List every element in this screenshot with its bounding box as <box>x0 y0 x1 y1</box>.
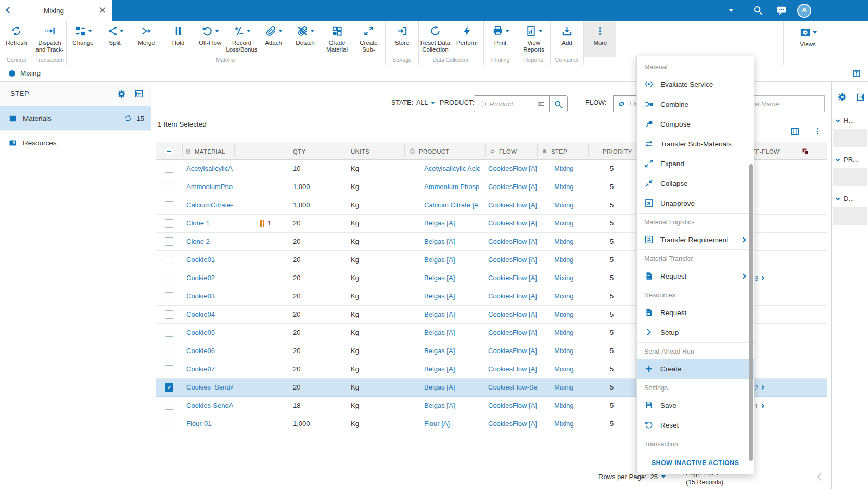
state-filter[interactable]: STATE: ALL <box>391 99 435 106</box>
avatar[interactable]: A <box>797 4 811 18</box>
back-icon[interactable] <box>6 7 12 14</box>
row-checkbox[interactable] <box>165 329 173 337</box>
toolbar-button[interactable]: Record Loss/Bonus <box>226 22 258 57</box>
off-flow-link[interactable]: 2 <box>755 379 764 396</box>
step-link[interactable]: Mixing <box>554 397 586 415</box>
scrollbar-thumb[interactable] <box>749 164 753 461</box>
material-link[interactable]: Cookies_SendAhe <box>186 379 233 396</box>
product-link[interactable]: Belgas [A] <box>424 287 483 305</box>
material-link[interactable]: Cookie06 <box>186 342 233 360</box>
flow-link[interactable]: CookiesFlow [A] <box>488 306 538 323</box>
step-link[interactable]: Mixing <box>554 415 586 433</box>
product-link[interactable]: Belgas [A] <box>424 342 483 360</box>
row-checkbox[interactable] <box>165 201 173 209</box>
material-link[interactable]: Clone 2 <box>186 233 233 250</box>
product-link[interactable]: Belgas [A] <box>424 233 483 250</box>
menu-item[interactable]: Save <box>637 395 754 415</box>
expand-right-icon[interactable] <box>856 93 865 102</box>
restore-icon[interactable] <box>852 69 861 78</box>
flow-link[interactable]: CookiesFlow [A] <box>488 360 538 378</box>
flow-link[interactable]: CookiesFlow [A] <box>488 215 538 232</box>
product-link[interactable]: Belgas [A] <box>424 306 483 323</box>
material-link[interactable]: Cookie07 <box>186 360 233 378</box>
off-flow-link[interactable]: 3 <box>755 269 764 287</box>
section-toggle[interactable]: PR... <box>832 152 868 167</box>
toolbar-button[interactable]: Change <box>67 22 99 57</box>
step-link[interactable]: Mixing <box>554 178 586 196</box>
flow-link[interactable]: CookiesFlow-Senc <box>488 379 538 396</box>
step-link[interactable]: Mixing <box>554 342 586 360</box>
material-link[interactable]: CalciumCitrate-01 <box>186 196 233 214</box>
menu-item[interactable]: Transfer Sub-Materials <box>637 134 754 154</box>
toolbar-button[interactable]: Detach <box>289 22 321 57</box>
material-link[interactable]: Cookie02 <box>186 269 233 287</box>
column-header-priority[interactable]: PRIORITY <box>603 142 632 160</box>
column-header-material[interactable]: MATERIAL <box>185 142 225 160</box>
menu-item[interactable]: Setup <box>637 322 754 342</box>
row-checkbox[interactable] <box>165 183 173 191</box>
material-link[interactable]: Cookie05 <box>186 324 233 342</box>
toolbar-button[interactable]: Off-Flow <box>194 22 226 57</box>
product-link[interactable]: Belgas [A] <box>424 360 483 378</box>
toolbar-button[interactable]: Attach <box>258 22 289 57</box>
menu-item[interactable]: Request <box>637 266 754 286</box>
kebab-icon[interactable] <box>813 127 822 136</box>
column-header-qty[interactable]: QTY <box>293 142 305 160</box>
toolbar-button[interactable]: Split <box>99 22 131 57</box>
product-link[interactable]: Belgas [A] <box>424 324 483 342</box>
product-input[interactable] <box>490 100 533 108</box>
toolbar-button[interactable]: Perform <box>451 22 483 57</box>
row-checkbox[interactable] <box>165 420 173 428</box>
show-inactive-actions-button[interactable]: SHOW INACTIVE ACTIONS <box>637 452 754 474</box>
toolbar-button[interactable]: Reset Data Collection <box>419 22 451 57</box>
column-header-product[interactable]: PRODUCT <box>409 142 450 160</box>
flow-link[interactable]: CookiesFlow [A] <box>488 269 538 287</box>
toolbar-button[interactable]: Hold <box>162 22 194 57</box>
toolbar-button[interactable]: Create Sub-Products <box>353 22 385 57</box>
sidebar-item[interactable]: Resources <box>0 131 151 155</box>
step-link[interactable]: Mixing <box>554 324 586 342</box>
step-link[interactable]: Mixing <box>554 233 586 250</box>
toolbar-button[interactable]: Dispatch and Track- <box>34 22 66 57</box>
tab-close-icon[interactable] <box>99 7 106 14</box>
product-link[interactable]: Belgas [A] <box>424 379 483 396</box>
tab-title[interactable]: Mixing <box>44 7 64 15</box>
row-checkbox[interactable] <box>165 165 173 173</box>
step-link[interactable]: Mixing <box>554 196 586 214</box>
material-link[interactable]: Cookie03 <box>186 287 233 305</box>
search-white-icon[interactable] <box>752 5 763 16</box>
product-link[interactable]: Belgas [A] <box>424 269 483 287</box>
menu-item[interactable]: Compose <box>637 114 754 134</box>
toolbar-button[interactable]: Store <box>386 22 418 57</box>
flow-link[interactable]: CookiesFlow [A] <box>488 397 538 415</box>
row-checkbox[interactable] <box>165 219 173 228</box>
flow-link[interactable]: CookiesFlow [A] <box>488 324 538 342</box>
menu-item[interactable]: Unapprove <box>637 193 754 213</box>
row-checkbox[interactable] <box>165 292 173 300</box>
views-button[interactable]: Views <box>792 24 824 48</box>
menu-item[interactable]: Reset <box>637 415 754 435</box>
menu-item[interactable]: Create <box>637 359 754 379</box>
columns-icon[interactable] <box>790 127 800 136</box>
off-flow-link[interactable]: 1 <box>755 397 764 415</box>
flow-link[interactable]: CookiesFlow [A] <box>488 251 538 269</box>
material-link[interactable]: AmmoniumPhosp <box>186 178 233 196</box>
row-checkbox[interactable] <box>165 347 173 355</box>
section-toggle[interactable]: H... <box>832 113 868 128</box>
toolbar-button[interactable]: View Reports <box>518 22 550 57</box>
material-link[interactable]: Cookie01 <box>186 251 233 269</box>
menu-scrollbar[interactable] <box>749 57 753 473</box>
sidebar-item[interactable]: Materials 15 <box>0 106 151 131</box>
toolbar-button[interactable]: More <box>584 22 616 57</box>
step-link[interactable]: Mixing <box>554 287 586 305</box>
toolbar-button[interactable]: Refresh <box>1 22 32 57</box>
gear-icon[interactable] <box>837 92 847 102</box>
material-link[interactable]: Cookies-SendAhe. <box>186 397 233 415</box>
row-checkbox[interactable] <box>165 256 173 264</box>
menu-item[interactable]: Combine <box>637 94 754 114</box>
flow-link[interactable]: CookiesFlow [A] <box>488 415 538 433</box>
flow-link[interactable]: CookiesFlow [A] <box>488 160 538 178</box>
column-header-flow[interactable]: FLOW <box>489 142 517 160</box>
row-checkbox[interactable] <box>165 237 173 246</box>
product-link[interactable]: Calcium Citrate [A <box>424 196 483 214</box>
